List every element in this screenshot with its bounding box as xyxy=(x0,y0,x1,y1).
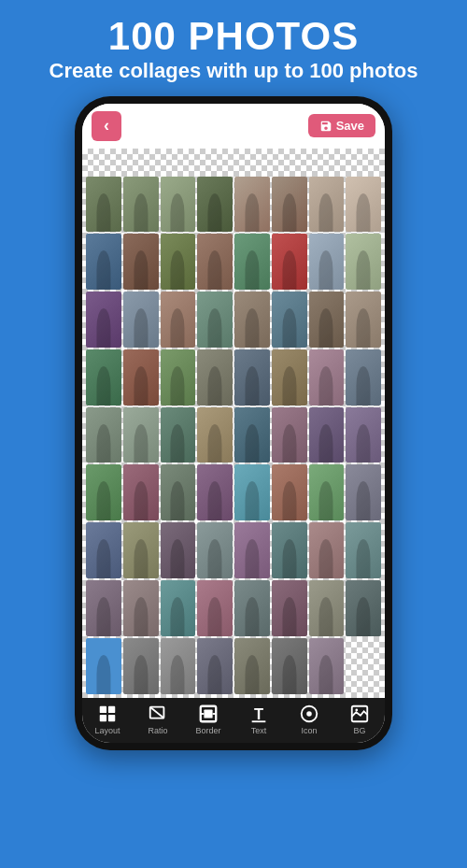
photo-cell[interactable] xyxy=(346,234,381,290)
photo-cell[interactable] xyxy=(234,580,270,636)
back-button[interactable]: ‹ xyxy=(92,111,121,141)
text-icon: T xyxy=(248,704,269,724)
promo-subtitle: Create collages with up to 100 photos xyxy=(50,58,418,85)
phone-screen: ‹ Save xyxy=(82,104,385,743)
photo-cell[interactable] xyxy=(309,580,345,636)
photo-cell[interactable] xyxy=(234,407,270,463)
photo-cell[interactable] xyxy=(309,407,345,463)
photo-cell[interactable] xyxy=(346,580,381,636)
photo-cell[interactable] xyxy=(272,407,307,463)
icon-label: Icon xyxy=(301,726,317,735)
toolbar-item-text[interactable]: T Text xyxy=(238,704,279,735)
photo-cell[interactable] xyxy=(272,638,307,694)
photo-cell[interactable] xyxy=(161,234,196,290)
icon-icon xyxy=(299,704,319,724)
photo-cell[interactable] xyxy=(346,464,381,520)
photo-cell[interactable] xyxy=(86,177,121,233)
photo-cell[interactable] xyxy=(309,234,345,290)
photo-cell[interactable] xyxy=(309,292,345,348)
photo-cell[interactable] xyxy=(86,464,121,520)
svg-rect-2 xyxy=(100,715,106,721)
photo-cell[interactable] xyxy=(272,292,307,348)
bg-icon xyxy=(349,704,370,724)
photo-cell[interactable] xyxy=(161,349,196,406)
photo-cell[interactable] xyxy=(86,522,121,578)
svg-rect-0 xyxy=(100,705,106,712)
text-label: Text xyxy=(251,726,267,735)
photo-cell[interactable] xyxy=(346,522,381,578)
photo-cell[interactable] xyxy=(123,234,159,290)
photo-cell[interactable] xyxy=(234,349,270,406)
svg-rect-7 xyxy=(204,709,212,718)
photo-cell[interactable] xyxy=(309,349,345,406)
photo-cell[interactable] xyxy=(197,464,233,520)
canvas-area xyxy=(82,149,385,698)
photo-cell[interactable] xyxy=(197,407,233,463)
photo-cell[interactable] xyxy=(123,292,159,348)
photo-cell[interactable] xyxy=(346,407,381,463)
photo-cell[interactable] xyxy=(197,292,233,348)
photo-cell[interactable] xyxy=(309,464,345,520)
photo-cell[interactable] xyxy=(234,464,270,520)
photo-cell[interactable] xyxy=(161,522,196,578)
photo-cell[interactable] xyxy=(123,580,159,636)
photo-cell[interactable] xyxy=(234,177,270,233)
photo-cell[interactable] xyxy=(161,464,196,520)
photo-cell[interactable] xyxy=(123,407,159,463)
photo-cell[interactable] xyxy=(234,638,270,694)
photo-cell[interactable] xyxy=(272,234,307,290)
photo-cell[interactable] xyxy=(234,234,270,290)
photo-cell[interactable] xyxy=(272,177,307,233)
toolbar-item-ratio[interactable]: Ratio xyxy=(137,704,178,735)
photo-cell[interactable] xyxy=(86,638,121,694)
photo-cell[interactable] xyxy=(346,292,381,348)
svg-point-13 xyxy=(306,711,312,717)
photo-cell[interactable] xyxy=(272,580,307,636)
photo-cell[interactable] xyxy=(161,580,196,636)
photo-cell[interactable] xyxy=(86,292,121,348)
layout-icon xyxy=(97,704,118,724)
photo-cell[interactable] xyxy=(197,522,233,578)
photo-cell[interactable] xyxy=(346,177,381,233)
photo-cell[interactable] xyxy=(86,349,121,406)
phone-frame: ‹ Save xyxy=(75,96,392,750)
collage-container xyxy=(86,177,381,694)
photo-cell[interactable] xyxy=(309,638,345,694)
photo-cell[interactable] xyxy=(309,522,345,578)
photo-cell[interactable] xyxy=(86,407,121,463)
photo-cell[interactable] xyxy=(309,177,345,233)
photo-cell[interactable] xyxy=(346,349,381,406)
photo-cell[interactable] xyxy=(197,580,233,636)
photo-cell[interactable] xyxy=(272,349,307,406)
photo-cell[interactable] xyxy=(86,234,121,290)
photo-cell[interactable] xyxy=(197,349,233,406)
photo-cell[interactable] xyxy=(234,522,270,578)
photo-cell[interactable] xyxy=(234,292,270,348)
photo-cell[interactable] xyxy=(161,638,196,694)
photo-cell[interactable] xyxy=(197,638,233,694)
photo-cell[interactable] xyxy=(272,464,307,520)
toolbar-item-layout[interactable]: Layout xyxy=(87,704,128,735)
photo-cell[interactable] xyxy=(123,177,159,233)
photo-cell[interactable] xyxy=(123,522,159,578)
photo-cell[interactable] xyxy=(161,292,196,348)
photo-cell[interactable] xyxy=(123,464,159,520)
photo-cell[interactable] xyxy=(197,234,233,290)
promo-section: 100 PHOTOS Create collages with up to 10… xyxy=(40,0,428,96)
photo-cell[interactable] xyxy=(161,177,196,233)
photo-cell[interactable] xyxy=(86,580,121,636)
photo-cell[interactable] xyxy=(161,407,196,463)
svg-rect-1 xyxy=(108,705,115,712)
photo-cell[interactable] xyxy=(197,177,233,233)
bottom-toolbar: Layout Ratio Border xyxy=(82,698,385,743)
promo-title: 100 PHOTOS xyxy=(50,17,418,56)
photo-cell[interactable] xyxy=(123,349,159,406)
toolbar-item-border[interactable]: Border xyxy=(188,704,229,735)
photo-cell[interactable] xyxy=(272,522,307,578)
layout-label: Layout xyxy=(94,726,120,735)
toolbar-item-bg[interactable]: BG xyxy=(339,704,380,735)
toolbar-item-icon[interactable]: Icon xyxy=(289,704,330,735)
ratio-label: Ratio xyxy=(148,726,167,735)
photo-cell[interactable] xyxy=(123,638,159,694)
save-button[interactable]: Save xyxy=(308,114,375,137)
